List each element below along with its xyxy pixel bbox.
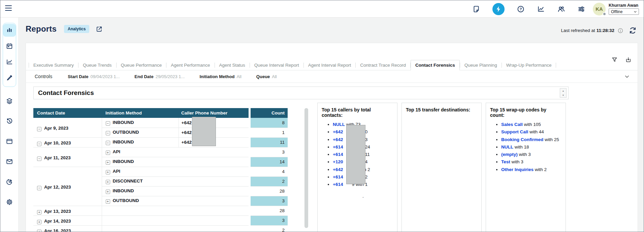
item-count-text: with 18 — [513, 144, 529, 150]
tab-queue-trends[interactable]: Queue Trends — [78, 60, 116, 70]
info-icon[interactable] — [617, 28, 623, 34]
help-icon[interactable]: ? — [517, 5, 525, 13]
collapse-icon[interactable]: − — [37, 142, 41, 146]
control-queue[interactable]: QueueAll — [256, 74, 277, 79]
control-value: All — [236, 74, 241, 79]
gear-icon — [6, 198, 13, 206]
svg-text:?: ? — [519, 7, 522, 11]
item-link[interactable]: Test — [501, 159, 510, 164]
item-count-text: with 44 — [528, 129, 544, 134]
envelope-icon — [6, 158, 13, 165]
count-cell: 28 — [250, 186, 288, 196]
tab-queue-interval-report[interactable]: Queue Interval Report — [250, 60, 303, 70]
expand-icon[interactable]: + — [106, 170, 110, 174]
collapse-icon[interactable]: − — [106, 141, 110, 145]
collapse-icon[interactable]: − — [37, 157, 41, 161]
expand-icon[interactable]: + — [106, 160, 110, 165]
control-end-date[interactable]: End Date29/05/2023 1... — [134, 74, 185, 79]
collapse-icon[interactable]: − — [37, 127, 41, 131]
sidebar-item-envelope[interactable] — [3, 155, 16, 168]
control-label: Queue — [256, 74, 270, 79]
section-spinner: ▲ ▼ — [560, 88, 567, 98]
collapse-icon[interactable]: − — [106, 131, 110, 135]
section-title: Contact Forensics — [38, 89, 94, 97]
expand-icon[interactable]: + — [37, 220, 41, 224]
control-start-date[interactable]: Start Date09/04/2023 1... — [68, 74, 120, 79]
item-link[interactable]: Sales Call — [501, 122, 523, 127]
collapse-icon[interactable]: − — [106, 121, 110, 126]
control-value: 29/05/2023 1... — [156, 74, 185, 79]
item-link[interactable]: +642 — [333, 167, 343, 172]
item-link[interactable]: Support Call — [501, 129, 528, 134]
wrapup-codes-title: Top 15 wrap-up codes by count: — [490, 107, 561, 118]
tab-contact-forensics[interactable]: Contact Forensics — [411, 60, 460, 70]
expand-icon[interactable]: + — [106, 151, 110, 155]
item-link[interactable]: +642 — [333, 129, 343, 134]
expand-icon[interactable]: + — [37, 230, 41, 232]
sidebar-item-calendar[interactable] — [3, 40, 16, 53]
item-link[interactable]: +614 — [333, 144, 343, 150]
transfer-destinations-panel: Top 15 transfer destinations: — [401, 103, 482, 232]
external-link-icon[interactable] — [96, 26, 103, 33]
tab-agent-status[interactable]: Agent Status — [215, 60, 250, 70]
tab-executive-summary[interactable]: Executive Summary — [29, 60, 78, 70]
table-row: +Apr 14, 20233 — [33, 216, 288, 225]
forensics-table: Contact DateInitiation MethodCaller Phon… — [33, 108, 288, 232]
collapse-icon[interactable]: − — [37, 186, 41, 190]
refresh-icon[interactable] — [629, 27, 637, 34]
tab-agent-interval-report[interactable]: Agent Interval Report — [304, 60, 356, 70]
note-icon[interactable] — [472, 5, 480, 13]
metrics-icon[interactable] — [537, 5, 545, 13]
list-item: Other Inquiries with 2 — [501, 166, 561, 173]
item-link[interactable]: NULL — [333, 122, 345, 127]
sidebar-item-line-chart[interactable] — [3, 56, 16, 68]
sidebar-item-brush[interactable] — [3, 71, 16, 84]
sidebar-item-pie-chart[interactable] — [3, 175, 16, 188]
item-link[interactable]: (empty) — [501, 152, 518, 157]
item-link[interactable]: Booking Confirmed — [501, 137, 543, 142]
item-link[interactable]: +614 — [333, 174, 343, 179]
layers-icon — [6, 97, 13, 105]
table-row: +Apr 13, 202328 — [33, 206, 288, 216]
count-cell: 3 — [250, 147, 288, 157]
sidebar-item-gear[interactable] — [3, 196, 16, 208]
spinner-down-button[interactable]: ▼ — [560, 93, 566, 97]
expand-icon[interactable]: + — [106, 199, 110, 204]
tab-queue-performance[interactable]: Queue Performance — [117, 60, 166, 70]
list-item: (empty) with 3 — [501, 151, 561, 158]
controls-collapse-chevron-icon[interactable] — [624, 74, 630, 79]
spinner-up-button[interactable]: ▲ — [560, 89, 566, 93]
sliders-icon[interactable] — [577, 5, 585, 13]
item-link[interactable]: Other Inquiries — [501, 167, 534, 172]
table-scrollbar[interactable] — [304, 108, 308, 228]
people-icon[interactable] — [557, 5, 565, 13]
sidebar-item-browser[interactable] — [3, 135, 16, 148]
list-item: Sales Call with 105 — [501, 121, 561, 128]
chevron-down-icon — [634, 10, 637, 13]
sidebar-item-bar-chart[interactable] — [3, 24, 16, 37]
item-link[interactable]: NULL — [501, 144, 513, 150]
tab-wrap-up-performance[interactable]: Wrap-Up Performance — [502, 60, 556, 70]
tab-contract-trace-record[interactable]: Contract Trace Record — [356, 60, 410, 70]
expand-icon[interactable]: + — [37, 210, 41, 214]
item-link[interactable]: +614 — [333, 152, 343, 157]
item-link[interactable]: +614 — [333, 182, 343, 187]
control-initiation-method[interactable]: Initiation MethodAll — [199, 74, 241, 79]
empty-cell — [102, 216, 250, 225]
item-link[interactable]: +120 — [333, 159, 343, 164]
item-link[interactable]: +642 — [333, 137, 343, 142]
initiation-cell: +OUTBOUND — [102, 196, 250, 206]
sidebar-item-history[interactable] — [3, 115, 16, 128]
expand-icon[interactable]: + — [106, 180, 110, 184]
sidebar-item-layers[interactable] — [3, 95, 16, 107]
expand-icon[interactable]: + — [106, 190, 110, 194]
tab-queue-planning[interactable]: Queue Planning — [460, 60, 502, 70]
count-cell: 2 — [250, 176, 288, 186]
count-cell: 28 — [250, 206, 288, 216]
hamburger-menu-icon[interactable] — [5, 5, 12, 11]
initiation-cell: +DISCONNECT — [102, 176, 250, 186]
status-select[interactable]: Offline — [609, 8, 639, 15]
lightning-icon[interactable] — [492, 3, 505, 15]
browser-icon — [6, 138, 13, 145]
tab-agent-performance[interactable]: Agent Performance — [166, 60, 214, 70]
